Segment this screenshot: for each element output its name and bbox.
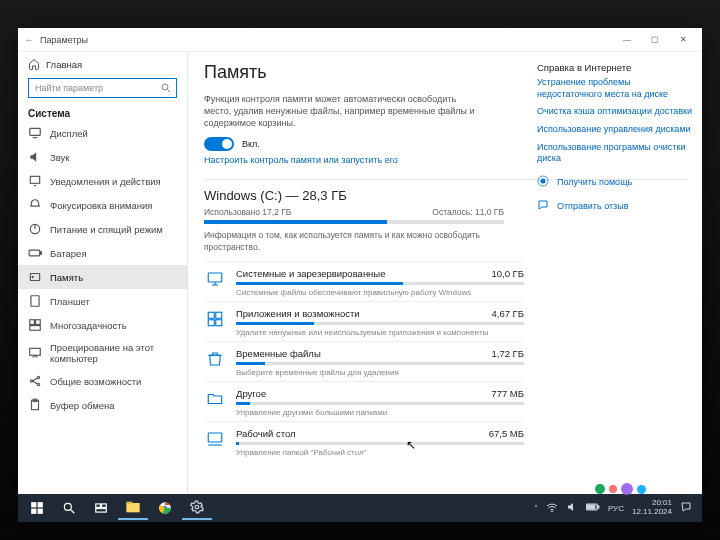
category-name: Временные файлы: [236, 348, 321, 359]
storage-category[interactable]: Системные и зарезервированные10,0 ГБСист…: [204, 261, 524, 301]
desktop-icon: [204, 428, 226, 450]
storage-category[interactable]: Другое777 МБУправление другими большими …: [204, 381, 524, 421]
sidebar-item-label: Звук: [50, 152, 69, 163]
storage-category[interactable]: Рабочий стол67,5 МБУправление папкой "Ра…: [204, 421, 524, 461]
svg-rect-26: [208, 320, 214, 326]
category-name: Другое: [236, 388, 266, 399]
category-bar: [236, 402, 524, 405]
storage-category[interactable]: Временные файлы1,72 ГБВыберите временные…: [204, 341, 524, 381]
category-bar: [236, 442, 524, 445]
category-bar: [236, 282, 524, 285]
sidebar-item-label: Проецирование на этот компьютер: [50, 342, 177, 364]
taskbar-search-icon[interactable]: [54, 496, 84, 520]
svg-rect-43: [126, 502, 132, 505]
start-button[interactable]: [22, 496, 52, 520]
get-help-link[interactable]: Получить помощь: [537, 175, 692, 189]
svg-rect-29: [208, 433, 222, 442]
category-sub: Системные файлы обеспечивают правильную …: [236, 288, 524, 297]
sidebar-home[interactable]: Главная: [18, 52, 187, 74]
help-panel: Справка в Интернете Устранение проблемы …: [537, 62, 692, 213]
svg-rect-21: [208, 273, 222, 282]
usage-desc: Информация о том, как используется памят…: [204, 230, 504, 253]
svg-rect-12: [30, 320, 35, 325]
category-size: 10,0 ГБ: [491, 268, 524, 279]
task-view-icon[interactable]: [86, 496, 116, 520]
category-size: 1,72 ГБ: [491, 348, 524, 359]
back-icon[interactable]: ←: [24, 34, 34, 45]
tray-network-icon[interactable]: [546, 502, 558, 514]
svg-rect-8: [40, 252, 41, 254]
tray-battery-icon[interactable]: [586, 502, 600, 514]
feedback-link[interactable]: Отправить отзыв: [537, 199, 692, 213]
svg-rect-25: [216, 313, 222, 319]
taskbar-clock[interactable]: 20:01 12.11.2024: [632, 499, 672, 517]
svg-rect-13: [36, 320, 41, 325]
svg-rect-4: [30, 176, 39, 183]
sidebar-item-tablet[interactable]: Планшет: [18, 289, 187, 313]
help-link[interactable]: Устранение проблемы недостаточного места…: [537, 77, 692, 100]
category-name: Рабочий стол: [236, 428, 296, 439]
explorer-icon[interactable]: [118, 496, 148, 520]
search-input[interactable]: Найти параметр: [28, 78, 177, 98]
sidebar-item-focus[interactable]: Фокусировка внимания: [18, 193, 187, 217]
close-button[interactable]: ✕: [670, 31, 696, 49]
avito-text: Avito: [650, 480, 692, 498]
tray-chevron-icon[interactable]: ˄: [534, 504, 538, 513]
svg-point-18: [37, 383, 39, 385]
sidebar-item-power[interactable]: Питание и спящий режим: [18, 217, 187, 241]
sidebar-item-display[interactable]: Дисплей: [18, 121, 187, 145]
tray-lang[interactable]: РУС: [608, 504, 624, 513]
sidebar-item-shared[interactable]: Общие возможности: [18, 369, 187, 393]
sidebar-home-label: Главная: [46, 59, 82, 70]
svg-rect-50: [588, 505, 595, 509]
sidebar-item-storage[interactable]: Память: [18, 265, 187, 289]
battery-icon: [28, 246, 42, 260]
project-icon: [28, 346, 42, 360]
settings-taskbar-icon[interactable]: [182, 496, 212, 520]
feedback-label: Отправить отзыв: [557, 201, 628, 211]
search-placeholder: Найти параметр: [35, 83, 103, 93]
minimize-button[interactable]: —: [614, 31, 640, 49]
category-size: 67,5 МБ: [489, 428, 524, 439]
category-sub: Управление папкой "Рабочий стол": [236, 448, 524, 457]
tray-volume-icon[interactable]: [566, 501, 578, 515]
sidebar-item-label: Фокусировка внимания: [50, 200, 152, 211]
storage-sense-desc: Функция контроля памяти может автоматиче…: [204, 93, 484, 129]
maximize-button[interactable]: ▢: [642, 31, 668, 49]
chrome-icon[interactable]: [150, 496, 180, 520]
sidebar-item-battery[interactable]: Батарея: [18, 241, 187, 265]
used-label: Использовано 17,2 ГБ: [204, 207, 291, 217]
svg-rect-7: [29, 250, 40, 256]
sidebar-item-sound[interactable]: Звук: [18, 145, 187, 169]
titlebar: ← Параметры — ▢ ✕: [18, 28, 702, 52]
svg-rect-14: [30, 326, 41, 331]
sidebar-item-project[interactable]: Проецирование на этот компьютер: [18, 337, 187, 369]
trash-icon: [204, 348, 226, 370]
svg-rect-40: [102, 504, 107, 508]
sidebar-item-notify[interactable]: Уведомления и действия: [18, 169, 187, 193]
category-sub: Выберите временные файлы для удаления: [236, 368, 524, 377]
avito-watermark: Avito: [595, 480, 692, 498]
svg-point-31: [541, 179, 546, 184]
category-bar: [236, 362, 524, 365]
help-icon: [537, 175, 551, 189]
apps-icon: [204, 308, 226, 330]
action-center-icon[interactable]: [680, 501, 692, 515]
help-link[interactable]: Использование программы очистки диска: [537, 142, 692, 165]
svg-rect-33: [31, 502, 36, 507]
svg-line-38: [71, 510, 75, 514]
multitask-icon: [28, 318, 42, 332]
storage-icon: [28, 270, 42, 284]
taskbar: ˄ РУС 20:01 12.11.2024: [18, 494, 702, 522]
sidebar-item-clipboard[interactable]: Буфер обмена: [18, 393, 187, 417]
sidebar-item-multitask[interactable]: Многозадачность: [18, 313, 187, 337]
shared-icon: [28, 374, 42, 388]
svg-point-37: [64, 503, 71, 510]
help-link[interactable]: Очистка кэша оптимизации доставки: [537, 106, 692, 118]
svg-point-47: [551, 511, 552, 512]
storage-sense-toggle[interactable]: [204, 137, 234, 151]
sidebar-item-label: Буфер обмена: [50, 400, 115, 411]
help-link[interactable]: Использование управления дисками: [537, 124, 692, 136]
storage-category[interactable]: Приложения и возможности4,67 ГБУдалите н…: [204, 301, 524, 341]
category-name: Приложения и возможности: [236, 308, 360, 319]
